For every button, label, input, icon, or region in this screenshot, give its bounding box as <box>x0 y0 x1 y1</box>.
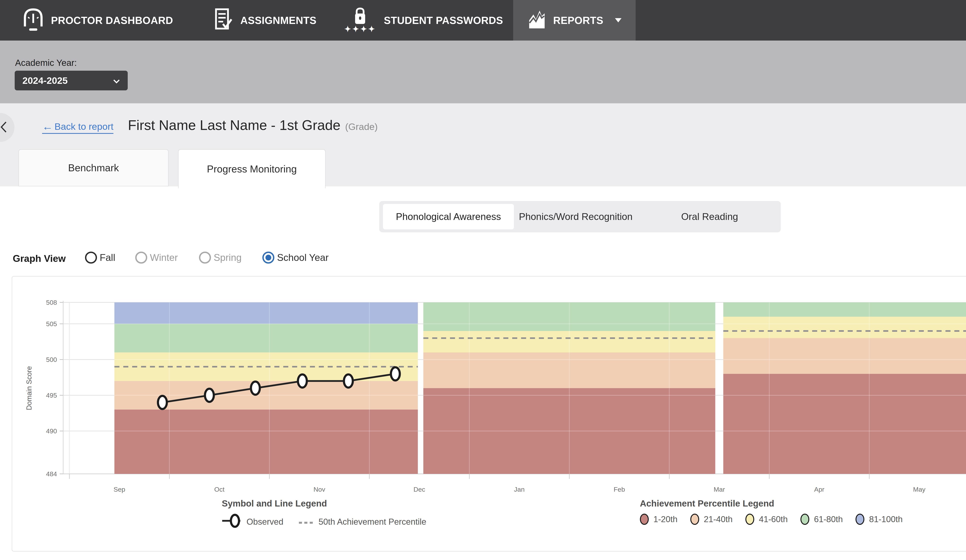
legend-title: Symbol and Line Legend <box>222 498 426 509</box>
nav-item-label: ASSIGNMENTS <box>240 15 317 26</box>
legend-item-percentile: 1-20th <box>640 514 678 525</box>
password-stars: ✦✦✦✦ <box>344 25 376 34</box>
legend-item-percentile: 81-100th <box>856 514 903 525</box>
svg-text:Nov: Nov <box>314 486 325 493</box>
svg-text:Apr: Apr <box>814 486 825 493</box>
radio-label: Winter <box>150 252 178 263</box>
radio-spring: Spring <box>199 252 242 264</box>
radio-label: School Year <box>277 252 329 263</box>
lock-icon: ✦✦✦✦ <box>344 7 376 34</box>
svg-text:495: 495 <box>46 391 57 399</box>
radio-label: Fall <box>100 252 115 263</box>
svg-text:505: 505 <box>46 320 57 327</box>
percentile-swatch-icon <box>640 514 649 525</box>
progress-chart-card: 508505500495490484SepOctNovDecJanFebMarA… <box>12 276 966 552</box>
page-title: First Name Last Name - 1st Grade (Grade) <box>128 117 378 133</box>
svg-text:508: 508 <box>46 299 57 306</box>
chevron-down-icon <box>113 75 120 86</box>
radio-label: Spring <box>214 252 242 263</box>
back-to-report-link[interactable]: ← Back to report <box>42 121 113 134</box>
grade-subtitle: (Grade) <box>345 121 378 132</box>
svg-text:Sep: Sep <box>113 486 125 493</box>
tab-progress-monitoring[interactable]: Progress Monitoring <box>178 149 325 188</box>
nav-item-label: REPORTS <box>553 15 603 26</box>
radio-circle-icon <box>262 252 274 264</box>
tab-label: Progress Monitoring <box>207 163 297 175</box>
legend-item-percentile: 41-60th <box>745 514 788 525</box>
percentile-swatch-icon <box>745 514 754 525</box>
graph-view-label: Graph View <box>13 253 66 264</box>
academic-year-value: 2024-2025 <box>22 75 67 86</box>
radio-circle-icon <box>135 252 147 264</box>
main-tabs: Benchmark Progress Monitoring <box>0 144 966 186</box>
legend-label: 1-20th <box>654 514 678 524</box>
legend-item-percentile: 61-80th <box>800 514 843 525</box>
percentile-swatch-icon <box>856 514 864 525</box>
svg-text:484: 484 <box>46 470 57 478</box>
subtab-phonological-awareness[interactable]: Phonological Awareness <box>383 204 514 229</box>
nav-item-proctor-dashboard[interactable]: PROCTOR DASHBOARD <box>22 0 173 41</box>
symbol-line-legend: Symbol and Line Legend Observed 5 <box>222 498 426 530</box>
achievement-percentile-legend: Achievement Percentile Legend 1-20th 21-… <box>640 498 903 525</box>
svg-text:Jan: Jan <box>514 486 525 493</box>
svg-text:May: May <box>913 486 925 493</box>
radio-circle-icon <box>199 252 211 264</box>
svg-text:490: 490 <box>46 427 57 435</box>
observed-marker-icon <box>222 514 242 530</box>
nav-item-student-passwords[interactable]: ✦✦✦✦ STUDENT PASSWORDS <box>344 0 503 41</box>
legend-item-observed: Observed <box>222 514 283 530</box>
subtab-label: Phonics/Word Recognition <box>519 211 632 222</box>
svg-text:Domain Score: Domain Score <box>25 366 33 410</box>
academic-year-select[interactable]: 2024-2025 <box>15 71 128 90</box>
legend-label: 50th Achievement Percentile <box>319 517 426 527</box>
nav-item-label: STUDENT PASSWORDS <box>384 15 503 26</box>
svg-text:Mar: Mar <box>714 486 725 493</box>
checklist-icon <box>214 8 234 33</box>
subtab-oral-reading[interactable]: Oral Reading <box>675 201 744 232</box>
radio-school-year[interactable]: School Year <box>262 252 329 264</box>
toolbar: Academic Year: 2024-2025 Print <box>0 41 966 103</box>
svg-text:500: 500 <box>46 356 57 363</box>
chart-icon <box>527 9 547 32</box>
nav-item-reports[interactable]: REPORTS <box>513 0 636 41</box>
subtab-label: Oral Reading <box>681 211 738 222</box>
legend-title: Achievement Percentile Legend <box>640 498 903 509</box>
radio-winter: Winter <box>135 252 178 264</box>
subtab-phonics-word-recognition[interactable]: Phonics/Word Recognition <box>517 201 635 232</box>
svg-text:Dec: Dec <box>414 486 425 493</box>
report-header: ← Back to report First Name Last Name - … <box>0 103 966 144</box>
nav-item-assignments[interactable]: ASSIGNMENTS <box>214 0 317 41</box>
domain-subtabs: Phonological Awareness Phonics/Word Reco… <box>379 201 781 232</box>
legend-item-percentile: 21-40th <box>690 514 733 525</box>
radio-fall[interactable]: Fall <box>85 252 115 264</box>
prev-page-button[interactable] <box>0 113 15 142</box>
gauge-icon <box>22 7 44 34</box>
legend-label: Observed <box>246 517 283 527</box>
svg-text:Feb: Feb <box>614 486 625 493</box>
legend-label: 41-60th <box>759 514 788 524</box>
legend-label: 61-80th <box>814 514 843 524</box>
academic-year-label: Academic Year: <box>15 57 77 68</box>
legend-label: 81-100th <box>869 514 903 524</box>
back-link-label: Back to report <box>54 121 113 132</box>
legend-item-p50: 50th Achievement Percentile <box>299 517 426 527</box>
tab-benchmark[interactable]: Benchmark <box>18 149 168 186</box>
chevron-down-icon <box>615 18 621 22</box>
svg-text:Oct: Oct <box>214 486 225 493</box>
percentile-swatch-icon <box>690 514 699 525</box>
nav-item-label: PROCTOR DASHBOARD <box>51 15 173 26</box>
dashed-line-icon <box>299 517 314 527</box>
percentile-swatch-icon <box>800 514 809 525</box>
chevron-left-icon <box>0 121 7 134</box>
content-area: Phonological Awareness Phonics/Word Reco… <box>0 186 966 560</box>
tab-label: Benchmark <box>68 162 119 174</box>
top-nav: PROCTOR DASHBOARD ASSIGNMENTS ✦✦✦✦ STUDE… <box>0 0 966 41</box>
legend-label: 21-40th <box>704 514 733 524</box>
subtab-label: Phonological Awareness <box>396 211 501 222</box>
radio-circle-icon <box>85 252 97 264</box>
student-name-grade: First Name Last Name - 1st Grade <box>128 117 340 133</box>
